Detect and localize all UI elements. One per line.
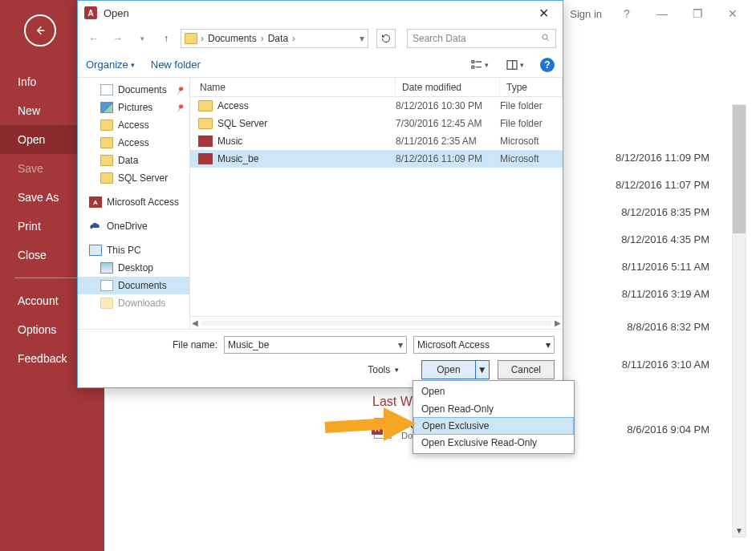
back-button[interactable] (24, 14, 56, 47)
onedrive-icon (89, 222, 102, 230)
preview-pane-button[interactable]: ▾ (505, 57, 524, 73)
pic-icon (100, 102, 113, 113)
tree-item[interactable]: Data (78, 152, 189, 169)
open-mode-item[interactable]: Open Read-Only (413, 400, 574, 418)
tree-item[interactable]: AMicrosoft Access (78, 193, 189, 211)
column-type[interactable]: Type (500, 78, 563, 96)
restore-button[interactable]: ❐ (682, 4, 713, 23)
open-mode-item[interactable]: Open (413, 383, 574, 400)
folder-icon (100, 120, 113, 131)
minimize-button[interactable]: — (647, 4, 677, 23)
tree-item-label: Pictures (118, 102, 152, 113)
refresh-button[interactable] (376, 29, 396, 48)
view-mode-button[interactable]: ▾ (469, 57, 489, 73)
nav-recent-dropdown[interactable]: ▾ (132, 29, 152, 48)
pin-icon: 📍 (173, 83, 186, 96)
file-name: Music (217, 136, 396, 147)
tree-item-label: SQL Server (118, 172, 168, 184)
recent-date: 8/8/2016 8:32 PM (581, 321, 709, 333)
scroll-thumb[interactable] (733, 105, 746, 233)
open-dropdown-arrow[interactable]: ▼ (476, 361, 489, 379)
recent-date: 8/6/2016 9:04 PM (581, 423, 709, 436)
recent-date: 8/12/2016 11:09 PM (581, 152, 709, 164)
access-file-icon (198, 153, 213, 164)
close-window-button[interactable]: ✕ (717, 4, 748, 23)
hscroll-track[interactable] (201, 321, 551, 326)
tools-menu[interactable]: Tools▾ (368, 364, 399, 375)
tree-item-label: Access (118, 137, 149, 148)
open-file-dialog: A Open ✕ ← → ▾ ↑ › Documents › Data › ▾ … (77, 0, 563, 388)
open-mode-item[interactable]: Open Exclusive Read-Only (413, 434, 574, 452)
chevron-right-icon[interactable]: › (201, 33, 204, 44)
nav-back-button[interactable]: ← (84, 29, 104, 48)
tree-item[interactable]: OneDrive (78, 217, 189, 235)
tree-item[interactable]: Downloads (78, 294, 189, 312)
tree-item[interactable]: Documents📍 (78, 81, 189, 99)
help-button[interactable]: ? (612, 4, 642, 23)
file-date: 8/11/2016 2:35 AM (396, 136, 500, 147)
doc-icon (100, 280, 113, 291)
tree-item[interactable]: SQL Server (78, 169, 189, 187)
tree-item[interactable]: Access (78, 116, 189, 134)
organize-menu[interactable]: Organize▾ (86, 59, 135, 71)
access-file-icon: A (374, 418, 393, 440)
tree-item[interactable]: This PC (78, 241, 189, 259)
doc-icon (100, 84, 113, 95)
search-input[interactable]: Search Data (407, 29, 556, 48)
filename-label: File name: (86, 339, 217, 350)
dialog-title: Open (104, 7, 129, 19)
help-icon[interactable]: ? (540, 58, 555, 72)
recent-date: 8/12/2016 4:35 PM (581, 233, 709, 245)
file-name: Access (217, 100, 396, 111)
scroll-down-arrow[interactable]: ▼ (733, 524, 746, 537)
file-row[interactable]: Music8/11/2016 2:35 AMMicrosoft (190, 132, 563, 150)
nav-tree: Documents📍Pictures📍AccessAccessDataSQL S… (78, 78, 190, 329)
hscroll-left[interactable]: ◀ (192, 318, 198, 327)
open-mode-item[interactable]: Open Exclusive (413, 417, 574, 435)
cancel-button[interactable]: Cancel (498, 360, 555, 379)
tree-item[interactable]: Access (78, 134, 189, 152)
open-split-button[interactable]: Open ▼ (421, 360, 489, 379)
pin-icon: 📍 (173, 101, 186, 114)
breadcrumb-seg[interactable]: Data (266, 33, 291, 44)
file-row[interactable]: SQL Server7/30/2016 12:45 AMFile folder (190, 115, 563, 132)
access-app-icon: A (84, 6, 97, 19)
nav-forward-button[interactable]: → (108, 29, 128, 48)
column-name[interactable]: Name (190, 78, 396, 96)
file-type: Microsoft (500, 153, 563, 164)
address-bar[interactable]: › Documents › Data › ▾ (181, 29, 368, 48)
nav-up-button[interactable]: ↑ (156, 29, 176, 48)
desk-icon (100, 262, 113, 273)
file-date: 8/12/2016 10:30 PM (396, 100, 500, 111)
tree-item[interactable]: Documents (78, 277, 189, 294)
file-date: 8/12/2016 11:09 PM (396, 153, 500, 164)
folder-icon (198, 100, 213, 111)
file-type-filter[interactable]: Microsoft Access ▾ (413, 336, 555, 354)
filename-dropdown[interactable]: ▾ (398, 339, 403, 350)
tree-item[interactable]: Desktop (78, 259, 189, 277)
file-list: Name Date modified Type Access8/12/2016 … (190, 78, 563, 329)
breadcrumb-seg[interactable]: Documents (205, 33, 259, 44)
chevron-right-icon[interactable]: › (292, 33, 295, 44)
tree-item-label: Documents (118, 84, 167, 95)
tree-item-label: OneDrive (107, 221, 148, 232)
filename-input[interactable]: Music_be ▾ (224, 336, 407, 354)
file-row[interactable]: Music_be8/12/2016 11:09 PMMicrosoft (190, 150, 563, 168)
file-name: SQL Server (217, 118, 396, 129)
folder-icon (100, 172, 113, 184)
new-folder-button[interactable]: New folder (151, 59, 201, 71)
tree-item[interactable]: Pictures📍 (78, 99, 189, 116)
hscroll-right[interactable]: ▶ (555, 318, 561, 327)
column-date[interactable]: Date modified (396, 78, 500, 96)
sign-in-link[interactable]: Sign in (570, 8, 602, 20)
address-dropdown[interactable]: ▾ (360, 33, 364, 44)
file-row[interactable]: Access8/12/2016 10:30 PMFile folder (190, 97, 563, 115)
dialog-close-button[interactable]: ✕ (530, 3, 556, 22)
file-type: Microsoft (500, 136, 563, 147)
svg-rect-2 (472, 66, 474, 68)
access-file-icon (198, 136, 213, 147)
chevron-down-icon: ▾ (546, 339, 551, 350)
recent-scrollbar[interactable]: ▲ ▼ (732, 104, 746, 537)
open-button[interactable]: Open (422, 361, 475, 379)
chevron-right-icon[interactable]: › (261, 33, 264, 44)
